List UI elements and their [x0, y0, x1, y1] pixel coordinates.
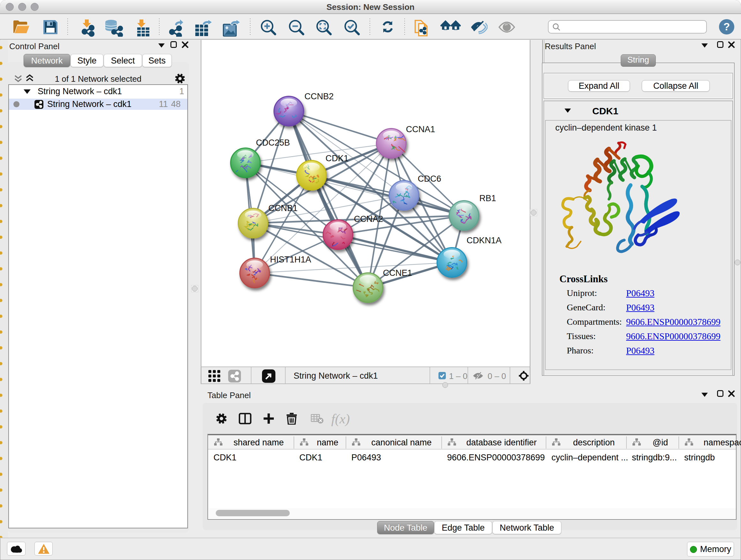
- svg-text:CDK1: CDK1: [326, 153, 348, 163]
- svg-text:CCNE1: CCNE1: [383, 268, 412, 278]
- svg-text:CCNA1: CCNA1: [406, 125, 435, 134]
- svg-text:?: ?: [724, 21, 730, 33]
- svg-text:CCNB1: CCNB1: [268, 203, 298, 213]
- svg-text:CCNB2: CCNB2: [305, 91, 334, 101]
- svg-text:CCNA2: CCNA2: [354, 214, 383, 224]
- svg-text:RB1: RB1: [479, 193, 496, 203]
- svg-text:HIST1H1A: HIST1H1A: [270, 255, 311, 264]
- svg-text:CDKN1A: CDKN1A: [467, 236, 502, 245]
- svg-text:CDC25B: CDC25B: [256, 138, 290, 147]
- svg-text:CDC6: CDC6: [418, 174, 441, 184]
